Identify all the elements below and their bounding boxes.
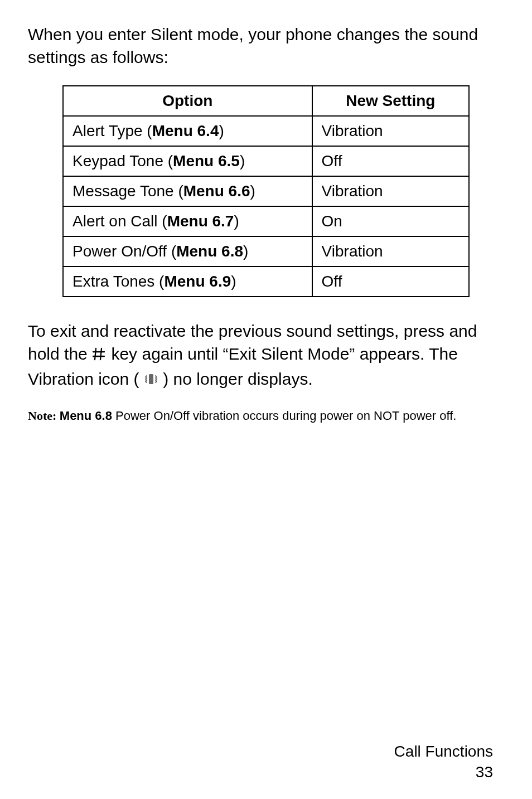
opt-bold: Menu 6.9 <box>164 273 231 290</box>
opt-bold: Menu 6.4 <box>152 122 219 139</box>
opt-pre: Keypad Tone ( <box>72 152 173 170</box>
opt-post: ) <box>250 182 255 200</box>
setting-cell: Vibration <box>312 116 469 146</box>
intro-paragraph: When you enter Silent mode, your phone c… <box>28 23 504 69</box>
opt-pre: Alert on Call ( <box>72 212 167 230</box>
opt-post: ) <box>231 273 236 290</box>
option-cell: Keypad Tone (Menu 6.5) <box>63 146 312 176</box>
setting-cell: Off <box>312 146 469 176</box>
svg-rect-4 <box>149 374 153 384</box>
footer-section: Call Functions <box>394 742 493 762</box>
note-menu: Menu 6.8 <box>60 409 112 423</box>
table-row: Extra Tones (Menu 6.9) Off <box>63 267 469 297</box>
svg-line-0 <box>95 348 96 360</box>
opt-post: ) <box>234 212 239 230</box>
note-rest: Power On/Off vibration occurs during pow… <box>112 409 457 423</box>
table-row: Alert on Call (Menu 6.7) On <box>63 206 469 236</box>
table-row: Alert Type (Menu 6.4) Vibration <box>63 116 469 146</box>
opt-post: ) <box>243 243 248 260</box>
svg-line-1 <box>100 348 101 360</box>
option-cell: Extra Tones (Menu 6.9) <box>63 267 312 297</box>
table-row: Power On/Off (Menu 6.8) Vibration <box>63 236 469 267</box>
setting-cell: Vibration <box>312 236 469 267</box>
opt-post: ) <box>240 152 245 170</box>
opt-pre: Extra Tones ( <box>72 273 164 290</box>
opt-pre: Alert Type ( <box>72 122 152 139</box>
exit-paragraph: To exit and reactivate the previous soun… <box>28 319 504 392</box>
opt-pre: Power On/Off ( <box>72 243 176 260</box>
opt-bold: Menu 6.5 <box>173 152 240 170</box>
note-paragraph: Note: Menu 6.8 Power On/Off vibration oc… <box>28 408 504 424</box>
setting-cell: Vibration <box>312 176 469 206</box>
header-new-setting: New Setting <box>312 86 469 116</box>
table-row: Message Tone (Menu 6.6) Vibration <box>63 176 469 206</box>
opt-pre: Message Tone ( <box>72 182 183 200</box>
option-cell: Alert Type (Menu 6.4) <box>63 116 312 146</box>
opt-post: ) <box>219 122 224 139</box>
table-header-row: Option New Setting <box>63 86 469 116</box>
footer-page-number: 33 <box>394 762 493 782</box>
setting-cell: Off <box>312 267 469 297</box>
option-cell: Message Tone (Menu 6.6) <box>63 176 312 206</box>
opt-bold: Menu 6.6 <box>183 182 250 200</box>
silent-mode-settings-table: Option New Setting Alert Type (Menu 6.4)… <box>62 85 470 297</box>
hash-key-icon <box>92 344 107 367</box>
vibration-icon <box>144 369 158 392</box>
setting-cell: On <box>312 206 469 236</box>
table-row: Keypad Tone (Menu 6.5) Off <box>63 146 469 176</box>
opt-bold: Menu 6.8 <box>176 243 243 260</box>
page: When you enter Silent mode, your phone c… <box>0 0 532 799</box>
exit-part3: ) no longer displays. <box>163 370 312 388</box>
header-option: Option <box>63 86 312 116</box>
note-label: Note: <box>28 409 60 423</box>
page-footer: Call Functions 33 <box>394 742 493 782</box>
opt-bold: Menu 6.7 <box>167 212 234 230</box>
option-cell: Power On/Off (Menu 6.8) <box>63 236 312 267</box>
option-cell: Alert on Call (Menu 6.7) <box>63 206 312 236</box>
